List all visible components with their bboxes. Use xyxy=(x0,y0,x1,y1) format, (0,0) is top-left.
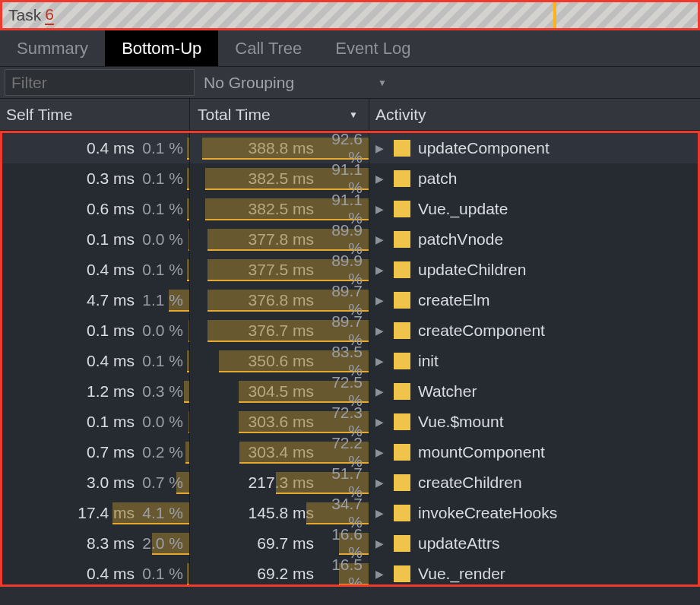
self-time-ms: 4.7 ms xyxy=(62,291,135,309)
total-time-ms: 69.2 ms xyxy=(242,565,314,583)
activity-color-swatch xyxy=(394,444,410,461)
table-row[interactable]: 8.3 ms2.0 %69.7 ms16.6 %▶updateAttrs xyxy=(2,528,698,559)
cell-total-time: 376.7 ms89.7 % xyxy=(190,315,369,346)
self-time-pct: 0.7 % xyxy=(135,474,189,492)
chevron-down-icon: ▼ xyxy=(378,78,387,88)
self-time-pct: 0.0 % xyxy=(135,413,189,431)
header-activity[interactable]: Activity xyxy=(369,99,700,130)
table-row[interactable]: 3.0 ms0.7 %217.3 ms51.7 %▶createChildren xyxy=(2,467,698,498)
expand-icon[interactable]: ▶ xyxy=(375,477,386,489)
activity-color-swatch xyxy=(394,170,410,187)
cell-self-time: 0.4 ms0.1 % xyxy=(2,346,190,376)
self-time-ms: 0.4 ms xyxy=(62,139,135,157)
cell-self-time: 0.4 ms0.1 % xyxy=(2,559,190,587)
table-row[interactable]: 0.7 ms0.2 %303.4 ms72.2 %▶mountComponent xyxy=(2,437,698,467)
activity-color-swatch xyxy=(394,231,410,248)
table-row[interactable]: 0.4 ms0.1 %377.5 ms89.9 %▶updateChildren xyxy=(2,255,698,285)
expand-icon[interactable]: ▶ xyxy=(375,325,386,337)
cell-total-time: 69.2 ms16.5 % xyxy=(190,559,369,587)
activity-name: mountComponent xyxy=(418,443,545,461)
cell-self-time: 0.1 ms0.0 % xyxy=(2,224,190,255)
table-row[interactable]: 0.4 ms0.1 %69.2 ms16.5 %▶Vue._render xyxy=(2,559,698,587)
cell-self-time: 1.2 ms0.3 % xyxy=(2,376,190,407)
cell-activity: ▶patch xyxy=(369,163,698,194)
cell-activity: ▶init xyxy=(369,346,698,376)
task-bar[interactable]: Task 6 xyxy=(0,0,700,30)
activity-color-swatch xyxy=(394,383,410,400)
cell-total-time: 382.5 ms91.1 % xyxy=(190,194,369,224)
tab-event-log[interactable]: Event Log xyxy=(318,30,427,66)
activity-color-swatch xyxy=(394,322,410,339)
header-total-time[interactable]: Total Time ▼ xyxy=(190,99,369,130)
sort-desc-icon: ▼ xyxy=(349,109,358,120)
expand-icon[interactable]: ▶ xyxy=(375,142,386,154)
table-row[interactable]: 0.4 ms0.1 %350.6 ms83.5 %▶init xyxy=(2,346,698,376)
table-row[interactable]: 1.2 ms0.3 %304.5 ms72.5 %▶Watcher xyxy=(2,376,698,407)
activity-color-swatch xyxy=(394,535,410,552)
cell-total-time: 350.6 ms83.5 % xyxy=(190,346,369,376)
task-number: 6 xyxy=(45,5,54,25)
expand-icon[interactable]: ▶ xyxy=(375,416,386,428)
cell-total-time: 303.4 ms72.2 % xyxy=(190,437,369,467)
cell-activity: ▶createElm xyxy=(369,285,698,315)
expand-icon[interactable]: ▶ xyxy=(375,294,386,306)
cell-activity: ▶Vue.$mount xyxy=(369,407,698,437)
self-time-ms: 0.1 ms xyxy=(62,413,135,431)
expand-icon[interactable]: ▶ xyxy=(375,568,386,580)
activity-name: Vue._update xyxy=(418,200,508,218)
cell-activity: ▶patchVnode xyxy=(369,224,698,255)
self-time-ms: 8.3 ms xyxy=(62,534,135,553)
self-time-pct: 0.0 % xyxy=(135,322,189,340)
expand-icon[interactable]: ▶ xyxy=(375,507,386,519)
expand-icon[interactable]: ▶ xyxy=(375,173,386,185)
cell-self-time: 17.4 ms4.1 % xyxy=(2,498,190,528)
table-row[interactable]: 0.1 ms0.0 %377.8 ms89.9 %▶patchVnode xyxy=(2,224,698,255)
activity-name: patch xyxy=(418,169,457,188)
table-row[interactable]: 17.4 ms4.1 %145.8 ms34.7 %▶invokeCreateH… xyxy=(2,498,698,528)
self-time-ms: 0.4 ms xyxy=(62,565,135,583)
expand-icon[interactable]: ▶ xyxy=(375,264,386,276)
cell-activity: ▶Vue._render xyxy=(369,559,698,587)
header-self-time[interactable]: Self Time xyxy=(0,99,190,130)
expand-icon[interactable]: ▶ xyxy=(375,203,386,215)
expand-icon[interactable]: ▶ xyxy=(375,385,386,398)
total-time-ms: 145.8 ms xyxy=(242,504,314,522)
cell-self-time: 3.0 ms0.7 % xyxy=(2,467,190,498)
self-time-pct: 0.2 % xyxy=(135,443,189,461)
activity-color-swatch xyxy=(394,505,410,521)
header-total-time-label: Total Time xyxy=(198,106,271,124)
header-self-time-label: Self Time xyxy=(6,106,73,124)
expand-icon[interactable]: ▶ xyxy=(375,233,386,245)
table-row[interactable]: 0.4 ms0.1 %388.8 ms92.6 %▶updateComponen… xyxy=(2,133,698,163)
activity-color-swatch xyxy=(394,140,410,157)
activity-color-swatch xyxy=(394,292,410,309)
cell-total-time: 376.8 ms89.7 % xyxy=(190,285,369,315)
expand-icon[interactable]: ▶ xyxy=(375,537,386,550)
expand-icon[interactable]: ▶ xyxy=(375,446,386,458)
self-time-pct: 0.1 % xyxy=(135,261,189,279)
tab-call-tree[interactable]: Call Tree xyxy=(218,30,318,66)
self-time-ms: 0.6 ms xyxy=(62,200,135,218)
expand-icon[interactable]: ▶ xyxy=(375,355,386,367)
total-time-ms: 69.7 ms xyxy=(242,534,314,553)
results-table: 0.4 ms0.1 %388.8 ms92.6 %▶updateComponen… xyxy=(0,131,700,587)
activity-name: patchVnode xyxy=(418,230,503,249)
activity-color-swatch xyxy=(394,201,410,217)
activity-name: createChildren xyxy=(418,474,522,492)
table-row[interactable]: 0.3 ms0.1 %382.5 ms91.1 %▶patch xyxy=(2,163,698,194)
cell-self-time: 0.1 ms0.0 % xyxy=(2,315,190,346)
filter-input[interactable] xyxy=(5,69,195,96)
self-time-ms: 1.2 ms xyxy=(62,382,135,401)
cell-self-time: 0.1 ms0.0 % xyxy=(2,407,190,437)
table-row[interactable]: 4.7 ms1.1 %376.8 ms89.7 %▶createElm xyxy=(2,285,698,315)
tab-bottom-up[interactable]: Bottom-Up xyxy=(105,30,218,66)
table-row[interactable]: 0.6 ms0.1 %382.5 ms91.1 %▶Vue._update xyxy=(2,194,698,224)
activity-color-swatch xyxy=(394,565,410,582)
grouping-select[interactable]: No Grouping ▼ xyxy=(195,69,387,96)
tab-summary[interactable]: Summary xyxy=(0,30,105,66)
activity-name: Vue.$mount xyxy=(418,413,503,431)
cell-activity: ▶mountComponent xyxy=(369,437,698,467)
activity-name: createElm xyxy=(418,291,490,309)
table-row[interactable]: 0.1 ms0.0 %303.6 ms72.3 %▶Vue.$mount xyxy=(2,407,698,437)
table-row[interactable]: 0.1 ms0.0 %376.7 ms89.7 %▶createComponen… xyxy=(2,315,698,346)
